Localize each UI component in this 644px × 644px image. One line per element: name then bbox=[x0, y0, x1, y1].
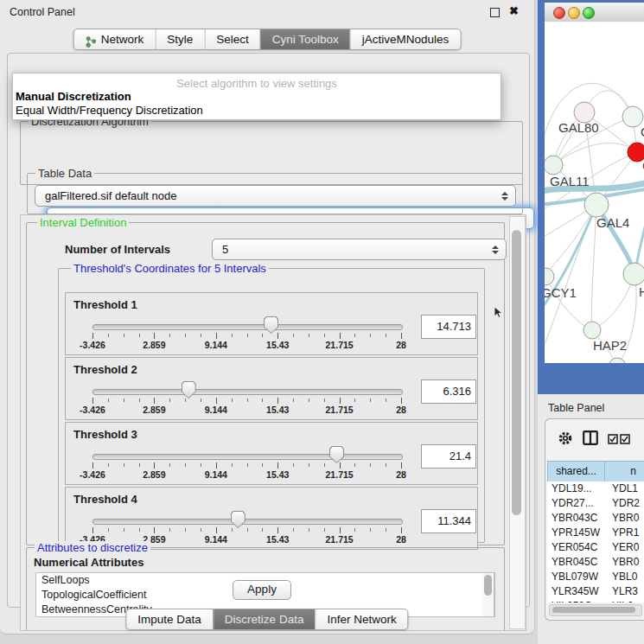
table-panel-title: Table Panel bbox=[548, 402, 604, 414]
network-node-label: GAL4 bbox=[596, 215, 629, 230]
slider-tick bbox=[370, 528, 371, 532]
minimize-traffic-light-icon[interactable] bbox=[568, 7, 580, 19]
slider-tick bbox=[247, 399, 248, 402]
scrollbar-thumb[interactable] bbox=[552, 607, 635, 613]
slider-tick bbox=[232, 334, 233, 337]
table-column-header[interactable]: n bbox=[605, 461, 644, 482]
table-row[interactable]: YER054CYER0 bbox=[547, 540, 644, 555]
slider-tick bbox=[154, 527, 155, 533]
threshold-value-field[interactable]: 11.344 bbox=[421, 509, 476, 533]
network-node[interactable] bbox=[623, 263, 644, 285]
scrollbar-thumb[interactable] bbox=[484, 575, 492, 596]
table-row[interactable]: YDL19...YDL1 bbox=[547, 481, 644, 496]
scrollbar-thumb[interactable] bbox=[512, 230, 521, 515]
tab-style[interactable]: Style bbox=[155, 29, 204, 49]
group-title: Interval Definition bbox=[37, 216, 129, 229]
network-node[interactable] bbox=[545, 156, 563, 175]
slider-tick-label: 28 bbox=[379, 405, 423, 415]
slider-track[interactable] bbox=[92, 389, 403, 395]
tab-label: Cyni Toolbox bbox=[272, 29, 339, 49]
slider-tick-label: 9.144 bbox=[194, 534, 238, 545]
slider-track[interactable] bbox=[92, 519, 403, 525]
checkbox-icon[interactable] bbox=[620, 434, 630, 444]
network-node[interactable] bbox=[545, 268, 554, 285]
tab-discretize-data[interactable]: Discretize Data bbox=[213, 609, 316, 629]
slider-tick-label: 21.715 bbox=[318, 340, 361, 350]
slider-tick bbox=[139, 528, 140, 532]
slider-tick-label: 21.715 bbox=[318, 534, 361, 545]
apply-button[interactable]: Apply bbox=[233, 580, 291, 600]
slider-thumb[interactable] bbox=[182, 381, 196, 399]
table-column-header[interactable]: shared... bbox=[547, 461, 605, 482]
tab-select[interactable]: Select bbox=[204, 29, 260, 49]
table-row[interactable]: YPR145WYPR1 bbox=[547, 526, 644, 540]
close-traffic-light-icon[interactable] bbox=[553, 7, 565, 19]
dropdown-option[interactable]: Equal Width/Frequency Discretization bbox=[16, 104, 203, 117]
main-scrollbar[interactable] bbox=[509, 216, 526, 629]
close-icon[interactable]: ✖ bbox=[509, 4, 519, 17]
numerical-attributes-label: Numerical Attributes bbox=[34, 556, 143, 569]
slider-tick-label: 2.859 bbox=[132, 405, 175, 415]
slider-thumb[interactable] bbox=[264, 316, 278, 334]
slider-tick bbox=[185, 334, 186, 337]
float-icon[interactable] bbox=[490, 8, 500, 17]
threshold-panel: Threshold 1-3.4262.8599.14415.4321.71528… bbox=[65, 292, 478, 355]
table-cell: YER0 bbox=[608, 540, 644, 555]
slider-tick bbox=[309, 399, 309, 402]
dropdown-option[interactable]: Manual Discretization bbox=[16, 90, 131, 103]
threshold-label: Threshold 3 bbox=[73, 428, 137, 441]
tab-infer-network[interactable]: Infer Network bbox=[315, 609, 407, 629]
slider-tick bbox=[354, 334, 355, 337]
slider-track[interactable] bbox=[92, 324, 403, 330]
checkbox-icon[interactable] bbox=[608, 434, 618, 444]
attributes-list-scrollbar[interactable] bbox=[482, 572, 494, 617]
network-canvas[interactable]: GAL80GCGAL11GAL4GCY1HHAP2 bbox=[545, 22, 644, 363]
tab-cyni-toolbox[interactable]: Cyni Toolbox bbox=[260, 29, 350, 49]
gear-icon[interactable] bbox=[558, 430, 573, 446]
split-columns-icon[interactable] bbox=[583, 430, 598, 445]
table-row[interactable]: YBR043CYBR0 bbox=[547, 511, 644, 526]
threshold-label: Threshold 4 bbox=[73, 493, 137, 506]
table-row[interactable]: YIL052CYIL0 bbox=[547, 599, 644, 603]
threshold-value-field[interactable]: 6.316 bbox=[421, 379, 476, 404]
table-row[interactable]: YBR045CYBR0 bbox=[547, 555, 644, 570]
network-node[interactable] bbox=[583, 322, 601, 339]
tab-network[interactable]: Network bbox=[74, 29, 156, 49]
slider-tick bbox=[169, 334, 170, 337]
panel-title: Control Panel bbox=[10, 6, 75, 18]
slider-tick bbox=[309, 463, 309, 467]
slider-tick bbox=[370, 334, 371, 337]
slider-tick bbox=[401, 398, 402, 404]
slider-tick bbox=[370, 399, 371, 402]
slider-tick bbox=[92, 333, 93, 339]
threshold-value-field[interactable]: 21.4 bbox=[421, 444, 476, 469]
network-node-label: HAP2 bbox=[593, 338, 627, 353]
network-node[interactable] bbox=[584, 193, 609, 217]
slider-track[interactable] bbox=[92, 454, 403, 460]
slider-tick bbox=[340, 527, 341, 533]
table-data-combobox[interactable]: galFiltered.sif default node bbox=[35, 185, 516, 207]
top-tab-bar: NetworkStyleSelectCyni ToolboxjActiveMNo… bbox=[73, 29, 462, 50]
table-cell: YBL079W bbox=[547, 570, 608, 584]
threshold-value-field[interactable]: 14.713 bbox=[421, 315, 476, 339]
slider-tick bbox=[216, 398, 217, 404]
table-row[interactable]: YBL079WYBL0 bbox=[547, 570, 644, 584]
tab-jactivemnodules[interactable]: jActiveMNodules bbox=[350, 29, 461, 49]
tab-impute-data[interactable]: Impute Data bbox=[126, 609, 213, 629]
table-row[interactable]: YLR345WYLR3 bbox=[547, 584, 644, 599]
table-row[interactable]: YDR27...YDR2 bbox=[547, 496, 644, 511]
zoom-traffic-light-icon[interactable] bbox=[583, 7, 595, 19]
slider-tick bbox=[108, 528, 109, 532]
slider-tick bbox=[401, 527, 402, 533]
node-table: shared...n YDL19...YDL1YDR27...YDR2YBR04… bbox=[547, 461, 644, 620]
table-hscrollbar[interactable] bbox=[549, 604, 642, 616]
slider-thumb[interactable] bbox=[329, 446, 344, 463]
num-intervals-combobox[interactable]: 5 bbox=[212, 239, 507, 260]
slider-tick-label: -3.426 bbox=[71, 405, 114, 415]
network-node[interactable] bbox=[609, 358, 626, 363]
slider-thumb[interactable] bbox=[231, 511, 245, 528]
table-cell: YDL19... bbox=[547, 481, 608, 496]
settings-scrollpane: Interval Definition Number of Intervals … bbox=[20, 214, 526, 631]
slider-tick bbox=[401, 462, 402, 469]
network-edge bbox=[545, 205, 596, 277]
